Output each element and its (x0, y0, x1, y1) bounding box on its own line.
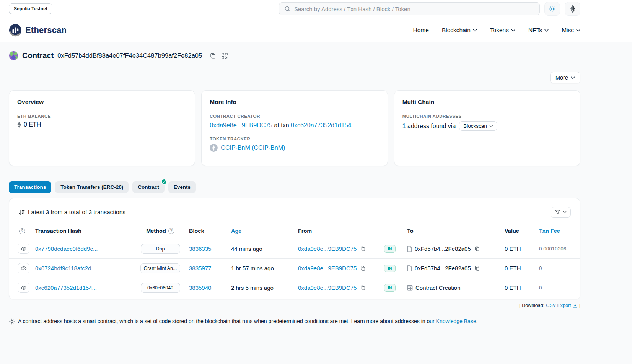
card-title: Overview (17, 99, 187, 106)
filter-button[interactable] (551, 207, 571, 218)
to-address: 0xFd57b4...2Fe82a05 (415, 265, 471, 271)
creator-address-link[interactable]: 0xda9e8e...9EB9DC75 (210, 122, 272, 128)
main-header: Etherscan Home Blockchain Tokens NFTs Mi… (0, 18, 632, 42)
txn-fee-text: 0 (539, 285, 542, 291)
search-input[interactable] (294, 6, 534, 12)
table-header-row: Transaction Hash Method Block Age From T… (9, 224, 580, 239)
knowledge-base-link[interactable]: Knowledge Base (436, 318, 476, 324)
preview-txn-button[interactable] (18, 283, 29, 293)
method-badge[interactable]: Drip (141, 244, 180, 254)
copy-icon (360, 246, 366, 252)
download-suffix: ] (579, 303, 580, 308)
brand[interactable]: Etherscan (9, 24, 67, 37)
brand-name: Etherscan (25, 25, 67, 35)
transactions-summary: Latest 3 from a total of 3 transactions (28, 209, 125, 216)
help-icon (168, 228, 174, 234)
more-button[interactable]: More (550, 72, 580, 83)
network-switch-button[interactable] (565, 2, 580, 16)
copy-address-button[interactable] (209, 52, 217, 60)
multichain-found-text: 1 address found via (402, 123, 456, 130)
blockscan-dropdown[interactable]: Blockscan (459, 121, 497, 131)
preview-txn-button[interactable] (18, 244, 29, 254)
col-age[interactable]: Age (231, 224, 298, 239)
col-txn-fee[interactable]: Txn Fee (539, 224, 580, 239)
nav-item-home[interactable]: Home (413, 27, 429, 34)
chevron-down-icon (544, 29, 549, 32)
col-direction (384, 224, 407, 239)
chevron-down-icon (511, 29, 515, 32)
contract-address: 0xFd57b4ddBf88a4e07fF4e34C487b99af2Fe82a… (57, 52, 202, 59)
copy-from-button[interactable] (359, 284, 366, 291)
nav-item-tokens[interactable]: Tokens (490, 27, 515, 34)
col-method: Method (132, 224, 189, 239)
download-row: [ Download: CSV Export ] (9, 303, 580, 308)
copy-to-button[interactable] (474, 265, 481, 272)
network-badge[interactable]: Sepolia Testnet (9, 3, 52, 14)
age-text: 1 hr 57 mins ago (231, 265, 274, 271)
eth-balance-value: 0 ETH (24, 121, 41, 128)
download-prefix: [ Download: (519, 303, 544, 308)
preview-txn-button[interactable] (18, 263, 29, 273)
nav-item-nfts[interactable]: NFTs (528, 27, 549, 34)
block-link[interactable]: 3835977 (189, 265, 211, 271)
tab-events[interactable]: Events (168, 181, 196, 193)
contract-creator-label: CONTRACT CREATOR (210, 114, 379, 119)
etherscan-logo-icon (9, 24, 22, 37)
value-text: 0 ETH (505, 245, 521, 252)
from-address-link[interactable]: 0xda9e8e...9EB9DC75 (298, 284, 357, 291)
lightbulb-icon (9, 318, 15, 325)
funnel-icon (555, 210, 560, 215)
at-txn-text: at txn (274, 122, 289, 128)
table-row: 0x7798dcdaec0f6dd9c... Drip 3836335 44 m… (9, 239, 580, 258)
top-bar: Sepolia Testnet (0, 0, 632, 18)
nav-item-blockchain[interactable]: Blockchain (442, 27, 477, 34)
direction-badge: IN (384, 265, 396, 272)
copy-icon (360, 265, 366, 271)
tab-contract[interactable]: Contract (132, 181, 165, 193)
from-address-link[interactable]: 0xda9e8e...9EB9DC75 (298, 265, 357, 271)
block-link[interactable]: 3835940 (189, 284, 211, 291)
contract-title-row: Contract 0xFd57b4ddBf88a4e07fF4e34C487b9… (9, 42, 580, 60)
method-badge[interactable]: Grant Mint An... (140, 263, 181, 273)
copy-icon (210, 52, 216, 59)
txn-hash-link[interactable]: 0xc620a77352d1d154... (35, 284, 97, 291)
tab-transactions[interactable]: Transactions (9, 181, 51, 193)
age-text: 2 hrs 5 mins ago (231, 284, 274, 291)
creation-txn-link[interactable]: 0xc620a77352d1d154... (291, 122, 357, 128)
main-nav: Home Blockchain Tokens NFTs Misc (413, 27, 580, 34)
block-link[interactable]: 3836335 (189, 245, 211, 252)
chevron-down-icon (571, 76, 575, 79)
direction-badge: IN (384, 245, 396, 253)
copy-from-button[interactable] (359, 245, 366, 252)
token-tracker-link[interactable]: CCIP-BnM (CCIP-BnM) (221, 145, 285, 151)
qr-code-button[interactable] (221, 52, 228, 60)
copy-to-button[interactable] (474, 245, 481, 252)
txn-fee-text: 0 (539, 265, 542, 271)
txn-hash-link[interactable]: 0x0724bdf9c118afc2d... (35, 265, 96, 271)
multichain-card: Multi Chain MULTICHAIN ADDRESSES 1 addre… (394, 90, 580, 166)
qr-code-icon (222, 53, 228, 59)
copy-from-button[interactable] (359, 265, 366, 272)
nav-item-misc[interactable]: Misc (562, 27, 580, 34)
copy-icon (474, 246, 480, 252)
eye-icon (21, 246, 27, 252)
overview-card: Overview ETH BALANCE 0 ETH (9, 90, 195, 166)
theme-toggle-button[interactable] (544, 2, 560, 16)
search-box[interactable] (279, 2, 540, 15)
multichain-addresses-label: MULTICHAIN ADDRESSES (402, 114, 572, 119)
tab-token-transfers[interactable]: Token Transfers (ERC-20) (55, 181, 129, 193)
card-title: Multi Chain (402, 99, 572, 106)
token-logo-icon (210, 144, 218, 152)
eth-diamond-icon (17, 122, 21, 128)
value-text: 0 ETH (505, 265, 521, 271)
from-address-link[interactable]: 0xda9e8e...9EB9DC75 (298, 245, 357, 252)
txn-hash-link[interactable]: 0x7798dcdaec0f6dd9c... (35, 245, 98, 252)
note-suffix: . (476, 318, 478, 324)
age-text: 44 mins ago (231, 245, 262, 252)
transactions-table: Transaction Hash Method Block Age From T… (9, 224, 580, 297)
csv-export-link[interactable]: CSV Export (546, 303, 577, 308)
col-block: Block (189, 224, 231, 239)
method-badge[interactable]: 0x60c06040 (141, 283, 180, 293)
value-text: 0 ETH (505, 284, 521, 291)
col-to: To (407, 224, 505, 239)
